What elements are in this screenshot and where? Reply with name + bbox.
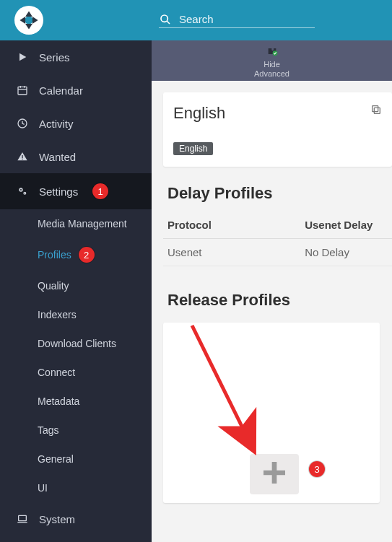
- sidebar-item-series[interactable]: Series: [0, 40, 152, 74]
- sidebar-sub-general[interactable]: General: [0, 445, 152, 473]
- release-profiles-heading: Release Profiles: [167, 291, 392, 310]
- sidebar-sub-connect[interactable]: Connect: [0, 358, 152, 387]
- svg-rect-16: [19, 515, 27, 520]
- content-area: Hide Advanced English English Delay Prof…: [152, 40, 392, 542]
- sidebar-label: System: [39, 513, 75, 525]
- table-row[interactable]: Usenet No Delay: [163, 239, 392, 266]
- sidebar-label: Settings: [39, 185, 78, 198]
- toolbar: Hide Advanced: [152, 40, 392, 81]
- sidebar-sub-quality[interactable]: Quality: [0, 271, 152, 300]
- settings-submenu: Media Management Profiles 2 Quality Inde…: [0, 209, 152, 502]
- main-panel: English English Delay Profiles Protocol …: [152, 81, 392, 542]
- annotation-badge-2: 2: [79, 247, 95, 263]
- sidebar-label: Activity: [39, 118, 74, 130]
- sidebar-label: Wanted: [39, 151, 76, 163]
- sidebar-label: Calendar: [39, 84, 83, 97]
- svg-point-15: [25, 193, 25, 193]
- svg-rect-5: [18, 87, 27, 95]
- svg-line-3: [167, 21, 170, 24]
- annotation-badge-3: 3: [309, 461, 325, 477]
- svg-marker-4: [19, 53, 26, 61]
- search-bar[interactable]: [159, 13, 315, 28]
- calendar-icon: [16, 84, 29, 97]
- toolbar-label-line2: Advanced: [254, 69, 289, 79]
- cell-usenet-delay: No Delay: [300, 239, 392, 266]
- table-header-row: Protocol Usenet Delay: [163, 213, 392, 239]
- hide-advanced-button[interactable]: Hide Advanced: [254, 43, 289, 79]
- app-logo: [14, 6, 43, 35]
- topbar: [0, 0, 392, 40]
- sidebar-item-calendar[interactable]: Calendar: [0, 74, 152, 107]
- svg-point-14: [20, 189, 22, 191]
- svg-rect-11: [22, 159, 22, 159]
- sidebar-item-activity[interactable]: Activity: [0, 107, 152, 140]
- sidebar-item-settings[interactable]: Settings 1: [0, 173, 152, 209]
- language-chip: English: [173, 142, 213, 155]
- clone-icon[interactable]: [370, 104, 382, 118]
- play-icon: [16, 51, 29, 64]
- sidebar-sub-label: Profiles: [38, 249, 71, 261]
- clock-icon: [16, 117, 29, 130]
- annotation-badge-1: 1: [92, 183, 108, 199]
- sidebar-label: Series: [39, 51, 70, 64]
- svg-point-2: [161, 15, 167, 22]
- sidebar-sub-tags[interactable]: Tags: [0, 416, 152, 445]
- sidebar-sub-download-clients[interactable]: Download Clients: [0, 329, 152, 358]
- add-release-profile-card[interactable]: 3: [163, 323, 380, 503]
- language-profile-card[interactable]: English English: [163, 92, 392, 167]
- cell-protocol: Usenet: [163, 239, 300, 266]
- sidebar-sub-indexers[interactable]: Indexers: [0, 300, 152, 329]
- sidebar-item-wanted[interactable]: Wanted: [0, 140, 152, 173]
- add-profile-button[interactable]: [250, 454, 299, 494]
- puzzle-check-icon: [263, 43, 281, 60]
- svg-rect-20: [373, 106, 378, 112]
- search-input[interactable]: [179, 13, 316, 25]
- sidebar-sub-metadata[interactable]: Metadata: [0, 387, 152, 416]
- sidebar-item-system[interactable]: System: [0, 502, 152, 536]
- col-usenet-delay: Usenet Delay: [300, 213, 392, 239]
- sidebar-sub-media-management[interactable]: Media Management: [0, 209, 152, 238]
- warning-icon: [16, 150, 29, 163]
- svg-rect-19: [374, 108, 380, 113]
- delay-profiles-heading: Delay Profiles: [167, 184, 392, 203]
- svg-rect-10: [22, 155, 22, 158]
- laptop-icon: [16, 512, 29, 525]
- toolbar-label-line1: Hide: [263, 60, 280, 69]
- sidebar: Series Calendar Activity Wanted Settings…: [0, 40, 152, 542]
- language-profile-title: English: [173, 104, 382, 123]
- plus-icon: [260, 458, 289, 490]
- search-icon: [159, 13, 172, 26]
- svg-line-21: [192, 325, 250, 442]
- col-protocol: Protocol: [163, 213, 300, 239]
- sidebar-sub-ui[interactable]: UI: [0, 473, 152, 502]
- sidebar-sub-profiles[interactable]: Profiles 2: [0, 238, 152, 271]
- svg-point-1: [25, 16, 32, 24]
- gears-icon: [16, 185, 29, 198]
- delay-profiles-table: Protocol Usenet Delay Usenet No Delay: [163, 213, 392, 266]
